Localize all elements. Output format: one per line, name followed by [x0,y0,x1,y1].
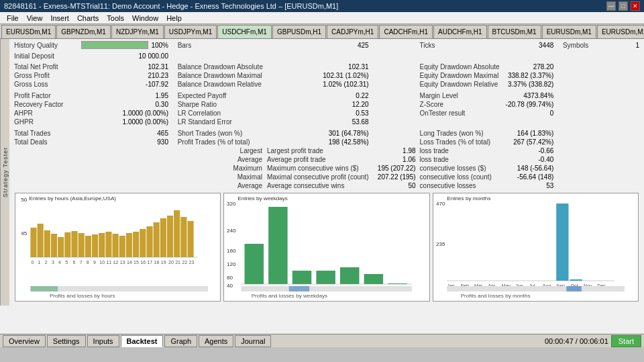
loss-trades-label: Loss Trades (% of total) [418,138,503,146]
svg-rect-25 [180,217,186,257]
tab-gbpusdh1[interactable]: GBPUSDm,H1 [272,25,326,38]
gross-loss-label: Gross Loss [12,80,79,89]
equity-drawdown-rel-label: Equity Drawdown Relative [418,80,503,89]
svg-rect-26 [187,221,193,257]
maximal-profit-value: 207.22 (195) [371,173,418,181]
total-trades-label: Total Trades [12,129,79,138]
tab-eurusdm1c[interactable]: EURUSDm,M1 [597,25,644,38]
svg-rect-62 [245,244,264,284]
tab-usdchfm1[interactable]: USDCHFm,M1 [217,25,272,38]
svg-text:45: 45 [21,230,28,236]
titlebar: 82848161 - Exness-MTSTrial11: Demo Accou… [0,0,644,12]
svg-rect-110 [566,286,581,291]
tab-nzdjpym1[interactable]: NZDJPYm,M1 [111,25,164,38]
z-score-value: -20.78 (99.74%) [503,100,556,109]
tab-graph[interactable]: Graph [164,335,197,347]
tab-gbpnzdm1[interactable]: GBPNZDm,M1 [56,25,111,38]
menu-charts[interactable]: Charts [73,14,103,22]
initial-deposit-value: 10 000.00 [79,52,170,60]
tab-cadjpyh1[interactable]: CADJPYm,H1 [327,25,378,38]
menu-insert[interactable]: Insert [46,14,73,22]
average-profit-label: Average profit trade [265,155,371,164]
svg-rect-13 [99,233,105,257]
tab-btcusdm1[interactable]: BTCUSDm,M1 [488,25,541,38]
max-consec-losses-value: 148 (-56.64) [503,164,556,173]
tab-agents[interactable]: Agents [199,335,233,347]
ahpr-label: AHPR [12,109,79,118]
tab-journal[interactable]: Journal [235,335,271,347]
bars-label: Bars [176,40,265,50]
short-trades-value: 301 (64.78%) [265,129,371,138]
menu-help[interactable]: Help [162,14,186,22]
svg-rect-3 [30,228,36,257]
gross-loss-value: -107.92 [79,80,170,89]
recovery-factor-label: Recovery Factor [12,100,79,109]
chart-weekdays: Entries by weekdays 320 240 160 120 80 4… [223,193,429,302]
tab-overview[interactable]: Overview [3,335,46,347]
ghpr-label: GHPR [12,118,79,126]
balance-drawdown-max-label: Balance Drawdown Maximal [176,71,265,80]
margin-level-label: Margin Level [418,91,503,100]
balance-drawdown-abs-label: Balance Drawdown Absolute [176,62,265,71]
minimize-button[interactable]: — [606,1,616,11]
maximum-label: Maximum [176,164,265,173]
expected-payoff-value: 0.22 [265,91,371,100]
bottom-tabbar: Overview Settings Inputs Backtest Graph … [0,334,644,347]
total-net-profit-value: 102.31 [79,62,170,71]
gross-profit-label: Gross Profit [12,71,79,80]
svg-rect-22 [160,218,166,257]
lr-std-error-value: 53.68 [265,118,371,126]
tab-cadchfh1[interactable]: CADCHFm,H1 [379,25,433,38]
chart-tabbar: EURUSDm,M1 GBPNZDm,M1 NZDJPYm,M1 USDJPYm… [0,24,644,39]
svg-rect-5 [44,230,50,257]
maximal-profit-label: Maximal consecutive profit (count) [265,173,371,181]
svg-rect-54 [30,286,58,291]
svg-rect-92 [570,279,582,281]
maximize-button[interactable]: □ [619,1,628,11]
svg-rect-11 [85,236,91,257]
tab-eurusdm1b[interactable]: EURUSDm,M1 [542,25,596,38]
total-net-profit-label: Total Net Profit [12,62,79,71]
svg-rect-24 [174,210,180,257]
tab-eurusdm1[interactable]: EURUSDm,M1 [1,25,56,38]
tab-settings[interactable]: Settings [47,335,86,347]
tab-audchfh1[interactable]: AUDCHFm,H1 [433,25,487,38]
menu-file[interactable]: File [3,14,23,22]
tab-inputs[interactable]: Inputs [87,335,119,347]
svg-text:11: 11 [106,260,111,265]
menu-window[interactable]: Window [128,14,162,22]
largest-label: Largest [176,146,265,155]
svg-rect-20 [146,226,152,257]
start-button[interactable]: Start [611,335,641,347]
svg-text:2: 2 [45,260,48,265]
svg-text:80: 80 [227,275,233,281]
profit-trades-label: Profit Trades (% of total) [176,138,265,146]
close-button[interactable]: ✕ [631,1,640,11]
ontester-value: 0 [503,109,556,118]
strategy-tester-label: Strategy Tester [0,39,9,306]
svg-text:Entries by months: Entries by months [447,195,490,201]
svg-text:16: 16 [140,260,146,265]
average-loss-value: -0.40 [503,155,556,164]
max-consec-wins-label: Maximum consecutive wins ($) [265,164,371,173]
svg-text:8: 8 [87,260,89,265]
average2-label: Average [176,181,265,190]
average-consec-wins-label: Average consecutive wins [265,181,371,190]
charts-area: 50 45 Entries by hours (Asia,Europe,USA) [12,190,641,304]
tab-usdjpym1[interactable]: USDJPYm,M1 [164,25,217,38]
bars-value: 425 [265,40,371,50]
max-consec-wins-value: 195 (207.22) [371,164,418,173]
average-consec-losses-value: 53 [503,181,556,190]
sharpe-ratio-label: Sharpe Ratio [176,100,265,109]
menu-view[interactable]: View [23,14,47,22]
menu-tools[interactable]: Tools [103,14,128,22]
svg-text:Profits and losses by months: Profits and losses by months [460,293,530,299]
consec-loss-count-value: -56.64 (148) [503,173,556,181]
main-content: Strategy Tester History Quality 100% [0,39,644,334]
balance-drawdown-rel-label: Balance Drawdown Relative [176,80,265,89]
svg-text:23: 23 [189,260,195,265]
menubar: File View Insert Charts Tools Window Hel… [0,12,644,24]
tab-backtest[interactable]: Backtest [121,335,164,347]
initial-deposit-label: Initial Deposit [12,52,79,60]
svg-text:19: 19 [161,260,166,265]
